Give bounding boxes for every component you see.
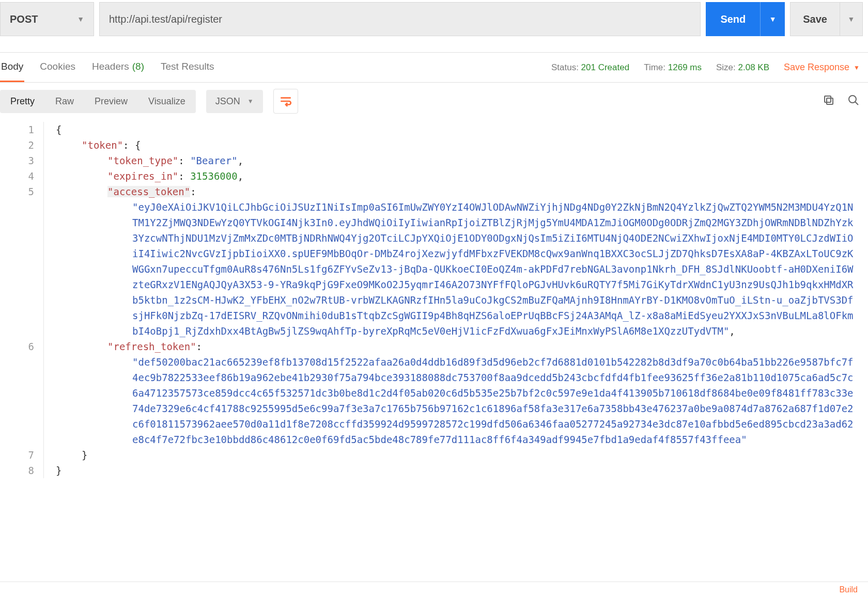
time-label: Time: — [644, 62, 665, 72]
line-number: 5 — [0, 184, 43, 339]
tab-body[interactable]: Body — [0, 53, 24, 82]
copy-icon[interactable] — [823, 94, 835, 108]
tab-test-results[interactable]: Test Results — [160, 53, 215, 82]
body-action-icons — [823, 94, 860, 108]
status-label: Status: — [551, 62, 579, 72]
view-preview[interactable]: Preview — [84, 90, 138, 113]
line-number: 4 — [0, 168, 43, 184]
http-method-select[interactable]: POST ▼ — [0, 2, 94, 36]
response-body[interactable]: 1 { 2 "token": { 3 "token_type": "Bearer… — [0, 120, 868, 478]
time-block: Time: 1269 ms — [644, 62, 702, 73]
line-number: 8 — [0, 463, 43, 478]
url-input-wrap — [99, 2, 701, 36]
code-line: "token": { — [43, 137, 868, 153]
code-line: "token_type": "Bearer", — [43, 153, 868, 168]
http-method-label: POST — [10, 13, 38, 25]
save-response-label: Save Response — [784, 62, 849, 73]
chevron-down-icon[interactable]: ▼ — [840, 3, 862, 36]
view-mode-segment: Pretty Raw Preview Visualize — [0, 90, 196, 113]
send-button[interactable]: Send ▼ — [706, 2, 785, 36]
footer-bar: Build — [0, 582, 868, 597]
svg-line-4 — [855, 102, 858, 105]
svg-point-3 — [849, 96, 856, 103]
url-input[interactable] — [109, 13, 691, 25]
response-meta: Status: 201 Created Time: 1269 ms Size: … — [551, 62, 860, 73]
chevron-down-icon[interactable]: ▼ — [760, 2, 785, 36]
size-block: Size: 2.08 KB — [716, 62, 769, 73]
line-number: 6 — [0, 339, 43, 447]
request-bar: POST ▼ Send ▼ Save ▼ — [0, 0, 868, 38]
code-line: } — [43, 447, 868, 463]
chevron-down-icon: ▼ — [247, 98, 254, 105]
line-number: 1 — [0, 122, 43, 137]
save-label: Save — [791, 3, 840, 36]
view-controls: Pretty Raw Preview Visualize JSON ▼ — [0, 83, 868, 120]
size-value: 2.08 KB — [738, 62, 770, 72]
response-tabs: Body Cookies Headers (8) Test Results — [0, 53, 215, 82]
status-block: Status: 201 Created — [551, 62, 629, 73]
size-label: Size: — [716, 62, 736, 72]
status-value: 201 Created — [581, 62, 630, 72]
search-icon[interactable] — [847, 94, 860, 108]
chevron-down-icon: ▼ — [77, 15, 84, 23]
view-visualize[interactable]: Visualize — [138, 90, 196, 113]
chevron-down-icon: ▼ — [854, 64, 860, 71]
line-number: 7 — [0, 447, 43, 463]
view-raw[interactable]: Raw — [45, 90, 84, 113]
save-button[interactable]: Save ▼ — [790, 2, 863, 36]
time-value: 1269 ms — [668, 62, 702, 72]
wrap-icon — [279, 95, 292, 108]
send-label: Send — [706, 2, 760, 36]
wrap-lines-button[interactable] — [273, 89, 298, 114]
line-number: 2 — [0, 137, 43, 153]
separator — [0, 38, 868, 53]
line-number: 3 — [0, 153, 43, 168]
svg-rect-1 — [827, 98, 833, 104]
footer-build[interactable]: Build — [839, 585, 858, 594]
code-line: { — [43, 122, 868, 137]
code-line: "expires_in": 31536000, — [43, 168, 868, 184]
tab-cookies[interactable]: Cookies — [39, 53, 76, 82]
svg-rect-2 — [825, 96, 831, 102]
view-pretty[interactable]: Pretty — [0, 90, 45, 113]
body-format-select[interactable]: JSON ▼ — [206, 90, 263, 113]
code-line: } — [43, 463, 868, 478]
body-format-label: JSON — [215, 96, 240, 107]
code-line: "refresh_token": "def50200bac21ac665239e… — [43, 339, 868, 447]
save-response-button[interactable]: Save Response ▼ — [784, 62, 860, 73]
code-line: "access_token": "eyJ0eXAiOiJKV1QiLCJhbGc… — [43, 184, 868, 339]
tab-headers[interactable]: Headers (8) — [91, 53, 145, 82]
headers-count: (8) — [132, 61, 144, 72]
tab-headers-label: Headers — [92, 61, 129, 72]
response-header: Body Cookies Headers (8) Test Results St… — [0, 53, 868, 83]
